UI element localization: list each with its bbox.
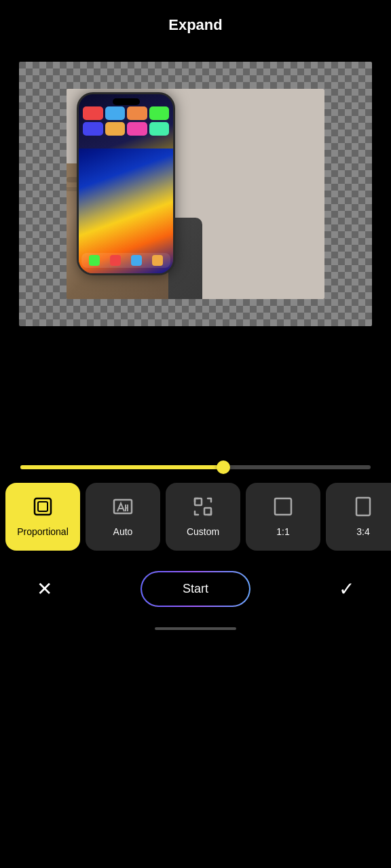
svg-rect-6 [356, 498, 370, 515]
option-auto[interactable]: Auto [86, 483, 160, 551]
option-custom[interactable]: Custom [166, 483, 240, 551]
auto-label: Auto [113, 526, 133, 537]
custom-icon [193, 496, 213, 519]
slider-thumb[interactable] [217, 460, 230, 474]
slider-fill [20, 465, 223, 469]
option-proportional[interactable]: Proportional [5, 483, 80, 551]
cancel-button[interactable]: ✕ [27, 572, 61, 606]
cancel-icon: ✕ [37, 578, 52, 600]
auto-icon [113, 496, 133, 519]
svg-rect-3 [195, 498, 202, 505]
header: Expand [0, 0, 391, 45]
bottom-bar: ✕ Start ✓ [0, 564, 391, 627]
phone-notch [113, 98, 140, 105]
svg-rect-0 [35, 498, 51, 515]
start-label: Start [183, 582, 208, 595]
option-1-1[interactable]: 1:1 [246, 483, 320, 551]
1-1-icon [273, 496, 293, 519]
spacer [0, 343, 391, 465]
slider-track[interactable] [20, 465, 371, 469]
phone-body [77, 92, 175, 275]
proportional-icon [33, 496, 53, 519]
options-row: Proportional Auto [0, 483, 391, 551]
page-title: Expand [168, 16, 222, 34]
svg-rect-4 [204, 508, 211, 515]
photo-container [67, 89, 324, 299]
confirm-icon: ✓ [339, 578, 354, 600]
confirm-button[interactable]: ✓ [330, 572, 364, 606]
1-1-label: 1:1 [276, 526, 289, 537]
slider-section [0, 465, 391, 469]
svg-rect-1 [38, 502, 48, 511]
custom-label: Custom [187, 526, 219, 537]
home-indicator [155, 627, 236, 630]
canvas-area [0, 45, 391, 343]
start-button[interactable]: Start [141, 571, 250, 607]
proportional-label: Proportional [17, 526, 69, 537]
svg-rect-5 [275, 498, 291, 515]
3-4-label: 3:4 [356, 526, 369, 537]
phone-screen [79, 94, 173, 273]
3-4-icon [353, 496, 373, 519]
option-3-4[interactable]: 3:4 [326, 483, 391, 551]
